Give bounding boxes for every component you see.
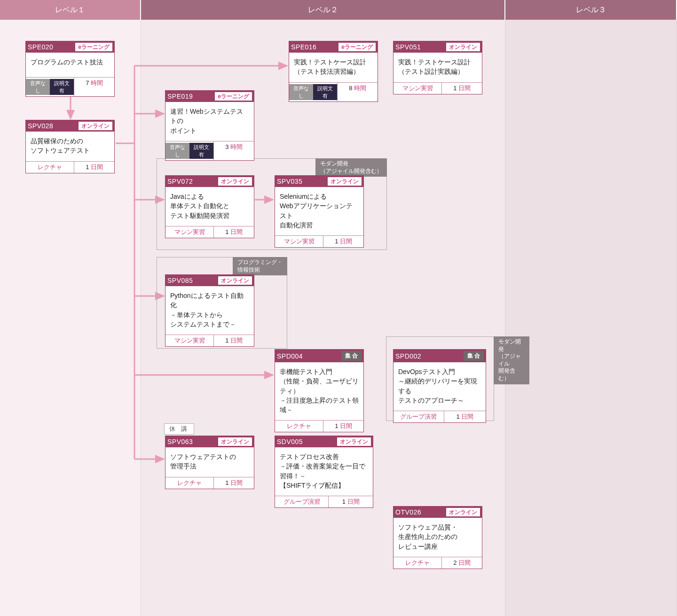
card-duration: 1 日間 bbox=[74, 162, 114, 173]
card-duration: 1 日間 bbox=[214, 335, 254, 346]
card-method: マシン実習 bbox=[165, 226, 214, 238]
card-method: 音声なし説明文有 bbox=[26, 78, 74, 96]
badge-online: オンライン bbox=[79, 122, 112, 130]
card-duration: 3 時間 bbox=[214, 141, 254, 160]
group-label-modern: モダン開発（アジャイル開発含む） bbox=[315, 158, 387, 177]
card-title: プログラムのテスト技法 bbox=[26, 53, 114, 77]
card-duration: 1 日間 bbox=[444, 411, 486, 422]
card-title: ソフトウェアテストの管理手法 bbox=[165, 447, 254, 477]
card-SPV063[interactable]: SPV063 オンライン ソフトウェアテストの管理手法 レクチャ 1 日間 bbox=[165, 436, 254, 489]
card-SPE016[interactable]: SPE016 eラーニング 実践！テストケース設計（テスト技法演習編） 音声なし… bbox=[289, 41, 378, 102]
card-code: SPE019 bbox=[167, 93, 193, 100]
card-SPV072[interactable]: SPV072 オンライン Javaによる単体テスト自動化とテスト駆動開発演習 マ… bbox=[165, 175, 254, 238]
card-title: 実践！テストケース設計（テスト設計実践編） bbox=[394, 53, 482, 82]
card-method: マシン実習 bbox=[165, 335, 214, 346]
card-title: 非機能テスト入門（性能・負荷、ユーザビリティ）－注目度急上昇のテスト領域－ bbox=[275, 362, 363, 420]
card-method: レクチャ bbox=[394, 557, 442, 569]
card-code: SPV072 bbox=[167, 178, 193, 185]
card-SPE020[interactable]: SPE020 eラーニング プログラムのテスト技法 音声なし説明文有 7 時間 bbox=[25, 41, 115, 97]
card-duration: 7 時間 bbox=[74, 78, 114, 96]
card-title: 速習！Webシステムテストのポイント bbox=[165, 102, 254, 141]
card-duration: 2 日間 bbox=[442, 557, 482, 569]
badge-online: オンライン bbox=[218, 177, 252, 186]
card-code: OTV026 bbox=[395, 508, 421, 516]
card-SPV035[interactable]: SPV035 オンライン SeleniumによるWebアプリケーションテスト自動… bbox=[275, 175, 364, 248]
card-duration: 1 日間 bbox=[214, 477, 254, 489]
card-title: 品質確保のためのソフトウェアテスト bbox=[26, 132, 114, 161]
card-code: SPV028 bbox=[28, 122, 53, 130]
card-duration: 1 日間 bbox=[214, 226, 254, 238]
card-code: SPD002 bbox=[395, 352, 421, 360]
level-header-3: レベル３ bbox=[505, 0, 677, 20]
card-SPE019[interactable]: SPE019 eラーニング 速習！Webシステムテストのポイント 音声なし説明文… bbox=[165, 90, 254, 161]
card-method: レクチャ bbox=[275, 421, 323, 432]
card-title: SeleniumによるWebアプリケーションテスト自動化演習 bbox=[275, 187, 363, 235]
suspended-badge: 休 講 bbox=[164, 423, 194, 435]
card-code: SDV005 bbox=[277, 438, 303, 445]
card-method: 音声なし説明文有 bbox=[165, 141, 214, 160]
badge-online: オンライン bbox=[218, 276, 252, 285]
card-SPV028[interactable]: SPV028 オンライン 品質確保のためのソフトウェアテスト レクチャ 1 日間 bbox=[25, 120, 115, 173]
group-label-modern-2: モダン開発（アジャイル開発含む） bbox=[494, 336, 529, 384]
card-duration: 8 時間 bbox=[338, 83, 378, 101]
card-method: グループ演習 bbox=[275, 496, 329, 507]
badge-online: オンライン bbox=[337, 437, 371, 446]
badge-online: オンライン bbox=[446, 43, 480, 51]
card-SPD002[interactable]: SPD002 集 合 DevOpsテスト入門～継続的デリバリーを実現するテストの… bbox=[393, 349, 486, 423]
card-title: Pythonによるテスト自動化－単体テストからシステムテストまで－ bbox=[165, 286, 254, 335]
card-title: Javaによる単体テスト自動化とテスト駆動開発演習 bbox=[165, 187, 254, 226]
card-method: マシン実習 bbox=[394, 83, 442, 94]
card-method: レクチャ bbox=[26, 162, 74, 173]
card-title: DevOpsテスト入門～継続的デリバリーを実現するテストのアプローチ～ bbox=[394, 362, 486, 411]
card-SPD004[interactable]: SPD004 集 合 非機能テスト入門（性能・負荷、ユーザビリティ）－注目度急上… bbox=[275, 349, 364, 432]
card-method: レクチャ bbox=[165, 477, 214, 489]
card-method: グループ演習 bbox=[394, 411, 444, 422]
card-code: SPE020 bbox=[28, 43, 53, 51]
card-duration: 1 日間 bbox=[323, 421, 363, 432]
card-title: テストプロセス改善－評価・改善案策定を一日で習得！－【SHIFTライブ配信】 bbox=[275, 447, 373, 496]
card-SPV085[interactable]: SPV085 オンライン Pythonによるテスト自動化－単体テストからシステム… bbox=[165, 274, 254, 347]
card-method: マシン実習 bbox=[275, 236, 323, 247]
card-SDV005[interactable]: SDV005 オンライン テストプロセス改善－評価・改善案策定を一日で習得！－【… bbox=[275, 436, 373, 508]
diagram-canvas: レベル１ レベル２ レベル３ bbox=[0, 0, 677, 616]
card-code: SPV051 bbox=[395, 43, 421, 51]
card-OTV026[interactable]: OTV026 オンライン ソフトウェア品質・生産性向上のためのレビュー講座 レク… bbox=[393, 506, 482, 569]
badge-online: オンライン bbox=[328, 177, 362, 186]
group-label-prog: プログラミング・情報技術 bbox=[233, 257, 287, 275]
card-code: SPV035 bbox=[277, 178, 302, 185]
badge-online: オンライン bbox=[218, 437, 252, 446]
card-code: SPV085 bbox=[167, 277, 193, 284]
badge-elearning: eラーニング bbox=[215, 92, 252, 101]
card-code: SPD004 bbox=[277, 352, 303, 360]
badge-online: オンライン bbox=[446, 508, 480, 516]
card-duration: 1 日間 bbox=[442, 83, 482, 94]
level-header-2: レベル２ bbox=[141, 0, 505, 20]
badge-elearning: eラーニング bbox=[338, 43, 376, 51]
card-SPV051[interactable]: SPV051 オンライン 実践！テストケース設計（テスト設計実践編） マシン実習… bbox=[393, 41, 482, 94]
badge-group: 集 合 bbox=[464, 351, 484, 361]
level-header-1: レベル１ bbox=[0, 0, 141, 20]
card-code: SPV063 bbox=[167, 438, 193, 445]
card-title: 実践！テストケース設計（テスト技法演習編） bbox=[289, 53, 378, 82]
badge-group: 集 合 bbox=[341, 351, 362, 361]
level-column-3: レベル３ bbox=[505, 0, 677, 616]
badge-elearning: eラーニング bbox=[75, 43, 112, 51]
card-method: 音声なし説明文有 bbox=[289, 83, 338, 101]
card-duration: 1 日間 bbox=[323, 236, 363, 247]
card-duration: 1 日間 bbox=[329, 496, 373, 507]
card-code: SPE016 bbox=[291, 43, 316, 51]
card-title: ソフトウェア品質・生産性向上のためのレビュー講座 bbox=[394, 518, 482, 557]
